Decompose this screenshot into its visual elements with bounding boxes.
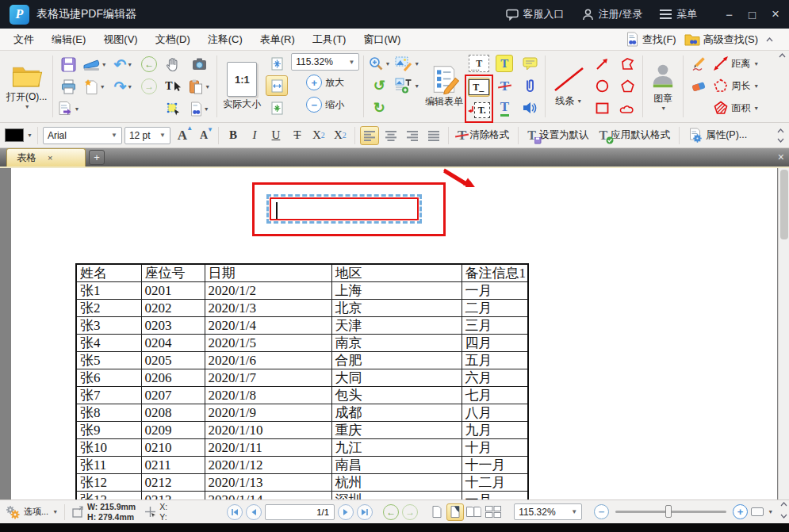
new-tab-button[interactable]: +: [89, 150, 105, 165]
apply-default-button[interactable]: T 应用默认格式: [595, 128, 674, 143]
line-tool-button[interactable]: 线条▼: [548, 52, 589, 121]
distance-tool-button[interactable]: 距离▼: [713, 53, 759, 74]
two-page-continuous-view-button[interactable]: [483, 503, 504, 521]
decrease-font-button[interactable]: A▼: [194, 126, 213, 145]
maximize-button[interactable]: □: [749, 8, 756, 21]
advanced-find-button[interactable]: 高级查找(S): [684, 33, 758, 47]
set-default-button[interactable]: T 设置为默认: [523, 128, 592, 143]
edit-form-button[interactable]: 编辑表单: [422, 52, 466, 121]
form-text-field-border[interactable]: [270, 197, 419, 220]
underline-button[interactable]: U: [266, 126, 285, 145]
login-button[interactable]: 注册/登录: [582, 7, 643, 21]
edit-image-button[interactable]: ▼: [393, 53, 420, 74]
new-document-button[interactable]: ▼: [81, 76, 108, 97]
two-page-view-button[interactable]: [465, 503, 482, 521]
page-number-input[interactable]: [265, 504, 335, 520]
polygon-tool-button[interactable]: [616, 75, 638, 96]
status-zoom-select[interactable]: 115.32%▼: [514, 503, 582, 520]
menu-form[interactable]: 表单(R): [251, 29, 304, 51]
statusbar-scroll-up-icon[interactable]: [780, 502, 787, 507]
continuous-view-button[interactable]: [446, 503, 464, 521]
add-image-text-button[interactable]: ▼: [393, 75, 420, 96]
sticky-note-button[interactable]: [519, 53, 541, 74]
zoom-in-button[interactable]: +放大: [306, 72, 344, 93]
redo-button[interactable]: ↷▼: [109, 76, 136, 97]
subscript-button[interactable]: X2: [309, 126, 328, 145]
select-annotation-button[interactable]: [162, 98, 184, 119]
close-button[interactable]: ×: [772, 6, 779, 22]
zoom-slider-thumb[interactable]: [665, 505, 672, 518]
arrow-tool-button[interactable]: [591, 53, 613, 74]
text-field-tool-button[interactable]: T_: [468, 78, 490, 97]
previous-view-button[interactable]: ←: [138, 54, 160, 75]
scan-button[interactable]: ▼: [81, 54, 108, 75]
area-tool-button[interactable]: 面积▼: [713, 98, 759, 118]
strikeout-text-button[interactable]: T: [493, 75, 515, 96]
formatbar-collapse-up-icon[interactable]: [777, 128, 784, 133]
fit-width-button[interactable]: [266, 75, 288, 96]
document-close-icon[interactable]: ×: [778, 151, 784, 163]
toolbar-collapse-chevron-icon[interactable]: [779, 53, 786, 58]
export-button[interactable]: ▼: [57, 98, 79, 119]
form-text-field[interactable]: [266, 194, 422, 224]
next-page-button[interactable]: [338, 504, 354, 520]
previous-view-status-button[interactable]: ←: [383, 504, 399, 520]
tab-close-icon[interactable]: ×: [48, 153, 52, 163]
open-button[interactable]: 打开(O)... ▼: [3, 52, 50, 121]
clear-format-button[interactable]: T 清除格式: [454, 128, 513, 142]
fit-view-dropdown-arrow[interactable]: ▼: [768, 509, 773, 515]
eraser-tool-button[interactable]: [688, 75, 710, 96]
marquee-zoom-button[interactable]: ▼: [368, 53, 390, 74]
fit-visible-button[interactable]: [266, 98, 288, 118]
rectangle-tool-button[interactable]: [591, 98, 613, 118]
tab-order-tool-button[interactable]: T.: [468, 101, 490, 120]
undo-button[interactable]: ↶▼: [109, 54, 136, 75]
align-justify-button[interactable]: [424, 126, 443, 145]
superscript-button[interactable]: X2: [331, 126, 350, 145]
single-page-view-button[interactable]: [428, 503, 446, 521]
font-color-dropdown-arrow[interactable]: ▼: [27, 132, 33, 138]
properties-button[interactable]: 属性(P)...: [684, 128, 751, 143]
stamp-dropdown-arrow[interactable]: ▼: [661, 105, 666, 111]
fit-view-icon[interactable]: [751, 507, 764, 516]
select-text-button[interactable]: T: [162, 76, 184, 97]
collapse-chevron-icon[interactable]: [766, 37, 773, 42]
print-button[interactable]: [57, 76, 79, 97]
scrollbar-thumb[interactable]: [780, 170, 788, 239]
first-page-button[interactable]: [227, 504, 243, 520]
menu-view[interactable]: 视图(V): [94, 29, 146, 51]
fit-page-button[interactable]: [266, 53, 288, 74]
align-center-button[interactable]: [381, 126, 400, 145]
formatbar-collapse-down-icon[interactable]: [777, 138, 784, 143]
perimeter-tool-button[interactable]: 周长▼: [713, 75, 759, 96]
menu-file[interactable]: 文件: [5, 29, 43, 51]
align-left-button[interactable]: [360, 126, 379, 145]
stamp-button[interactable]: 图章 ▼: [645, 52, 680, 121]
bold-button[interactable]: B: [224, 126, 243, 145]
zoom-in-slider-button[interactable]: +: [733, 504, 748, 519]
next-view-button[interactable]: →: [138, 76, 160, 97]
sound-annotation-button[interactable]: [519, 98, 541, 118]
polyline-tool-button[interactable]: [616, 53, 638, 74]
pencil-tool-button[interactable]: [688, 53, 710, 74]
menu-edit[interactable]: 编辑(E): [43, 29, 94, 51]
find-tool-button[interactable]: ▼: [186, 98, 213, 119]
font-size-select[interactable]: 12 pt▼: [124, 127, 170, 144]
zoom-out-button[interactable]: −缩小: [306, 94, 344, 115]
increase-font-button[interactable]: A▲: [173, 126, 192, 145]
menu-document[interactable]: 文档(D): [147, 29, 199, 51]
form-field-grid-button[interactable]: T▪▪▪▪: [468, 53, 490, 74]
rotate-left-button[interactable]: ↺: [368, 75, 390, 96]
open-dropdown-arrow[interactable]: ▼: [25, 104, 30, 109]
highlight-text-button[interactable]: T: [493, 53, 515, 74]
actual-size-button[interactable]: 1:1 实际大小: [220, 52, 264, 121]
font-family-select[interactable]: Arial▼: [43, 127, 122, 144]
menu-window[interactable]: 窗口(W): [354, 29, 409, 51]
zoom-out-slider-button[interactable]: −: [594, 504, 609, 519]
menu-tools[interactable]: 工具(T): [304, 29, 355, 51]
hand-tool-button[interactable]: [162, 54, 184, 75]
italic-button[interactable]: I: [245, 126, 264, 145]
next-view-status-button[interactable]: →: [402, 504, 418, 520]
vertical-scrollbar[interactable]: [778, 168, 789, 499]
paste-button[interactable]: ▼: [186, 76, 213, 97]
